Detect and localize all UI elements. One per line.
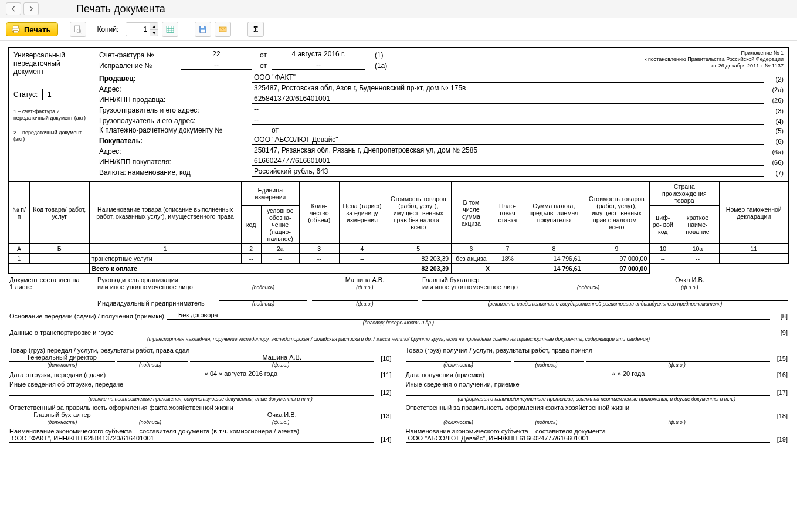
copies-input[interactable]: [126, 23, 150, 35]
email-icon: [218, 25, 228, 34]
save-icon: [198, 25, 208, 34]
svg-rect-5: [167, 26, 174, 33]
appendix-note: Приложение № 1 к постановлению Правитель…: [644, 50, 784, 69]
svg-rect-2: [14, 30, 18, 33]
page-title: Печать документа: [76, 3, 165, 15]
copies-up[interactable]: ▲: [150, 23, 158, 29]
status-label: Статус:: [13, 90, 38, 99]
left-stub: Универсальный передаточный документ Стат…: [8, 47, 93, 181]
print-button[interactable]: Печать: [6, 22, 58, 36]
table-row: 1 транспортные услуги ---- ---- 82 203,3…: [9, 254, 789, 264]
table-icon: [165, 25, 175, 34]
status-value: 1: [42, 89, 56, 100]
copies-down[interactable]: ▼: [150, 29, 158, 36]
sigma-icon: Σ: [253, 25, 258, 34]
header-block: Приложение № 1 к постановлению Правитель…: [93, 47, 789, 181]
copies-spinner[interactable]: ▲▼: [126, 22, 158, 36]
svg-rect-0: [13, 26, 18, 28]
items-table: № п/п Код товара/ работ, услуг Наименова…: [8, 181, 789, 274]
table-button[interactable]: [162, 22, 178, 37]
svg-rect-6: [201, 26, 204, 28]
forward-button[interactable]: [23, 2, 39, 15]
svg-rect-7: [201, 30, 205, 33]
printer-icon: [11, 25, 21, 34]
preview-button[interactable]: [70, 22, 86, 37]
sum-button[interactable]: Σ: [247, 22, 264, 37]
email-button[interactable]: [215, 22, 231, 37]
preview-icon: [73, 25, 83, 34]
copies-label: Копий:: [97, 25, 118, 33]
save-button[interactable]: [195, 22, 211, 37]
back-button[interactable]: [6, 2, 21, 15]
